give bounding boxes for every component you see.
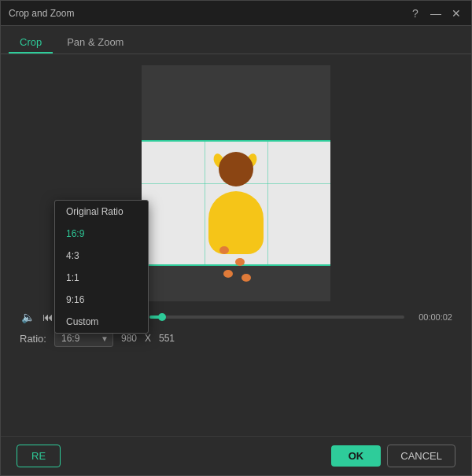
bottom-bar: RE OK CANCEL — [1, 436, 471, 475]
progress-bar[interactable] — [149, 315, 404, 319]
video-preview[interactable] — [142, 65, 330, 301]
time-total: 00:00:02 — [409, 312, 452, 322]
volume-icon[interactable]: 🔈 — [20, 311, 35, 323]
spot-2 — [235, 258, 245, 266]
giraffe-body — [208, 191, 264, 254]
window-title: Crop and Zoom — [9, 8, 74, 19]
ratio-height: 551 — [159, 333, 175, 344]
cancel-button[interactable]: CANCEL — [387, 445, 455, 467]
close-button[interactable]: ✕ — [449, 7, 463, 20]
tab-pan-zoom[interactable]: Pan & Zoom — [56, 32, 135, 54]
timeline-area: 🔈 ⏮ ▶ ⏹ 00:00:00 00:00:02 Ratio: — [17, 311, 455, 347]
tab-crop[interactable]: Crop — [9, 32, 53, 54]
ratio-width: 980 — [121, 333, 137, 344]
ratio-option-16-9[interactable]: 16:9 — [55, 223, 148, 245]
ratio-select-wrap: 16:9 Original Ratio 4:3 1:1 9:16 Custom … — [54, 330, 113, 347]
ratio-option-9-16[interactable]: 9:16 — [55, 289, 148, 311]
window-controls: ? — ✕ — [408, 7, 463, 20]
video-content — [201, 152, 271, 254]
ratio-option-custom[interactable]: Custom — [55, 311, 148, 333]
help-button[interactable]: ? — [408, 7, 422, 20]
spot-4 — [242, 274, 251, 282]
tab-bar: Crop Pan & Zoom — [1, 26, 471, 54]
ratio-label: Ratio: — [20, 333, 46, 345]
crop-zoom-window: Crop and Zoom ? — ✕ Crop Pan & Zoom — [0, 0, 472, 476]
progress-knob[interactable] — [158, 313, 166, 321]
ratio-row: Ratio: 16:9 Original Ratio 4:3 1:1 9:16 … — [17, 330, 455, 347]
ratio-option-original[interactable]: Original Ratio — [55, 201, 148, 223]
ratio-option-1-1[interactable]: 1:1 — [55, 267, 148, 289]
titlebar: Crop and Zoom ? — ✕ — [1, 1, 471, 26]
video-bg-bottom — [142, 266, 330, 301]
ratio-dropdown-menu[interactable]: Original Ratio 16:9 4:3 1:1 9:16 Custom — [54, 200, 149, 334]
spot-1 — [219, 246, 229, 254]
spot-3 — [223, 270, 233, 278]
minimize-button[interactable]: — — [429, 7, 443, 20]
video-bg-top — [142, 65, 330, 140]
ratio-x-label: X — [145, 333, 151, 344]
ok-button[interactable]: OK — [331, 445, 382, 467]
main-content: 🔈 ⏮ ▶ ⏹ 00:00:00 00:00:02 Ratio: — [1, 54, 471, 436]
giraffe-head — [219, 152, 253, 186]
crop-region[interactable] — [142, 140, 330, 266]
reset-button[interactable]: RE — [17, 445, 61, 467]
ratio-option-4-3[interactable]: 4:3 — [55, 245, 148, 267]
